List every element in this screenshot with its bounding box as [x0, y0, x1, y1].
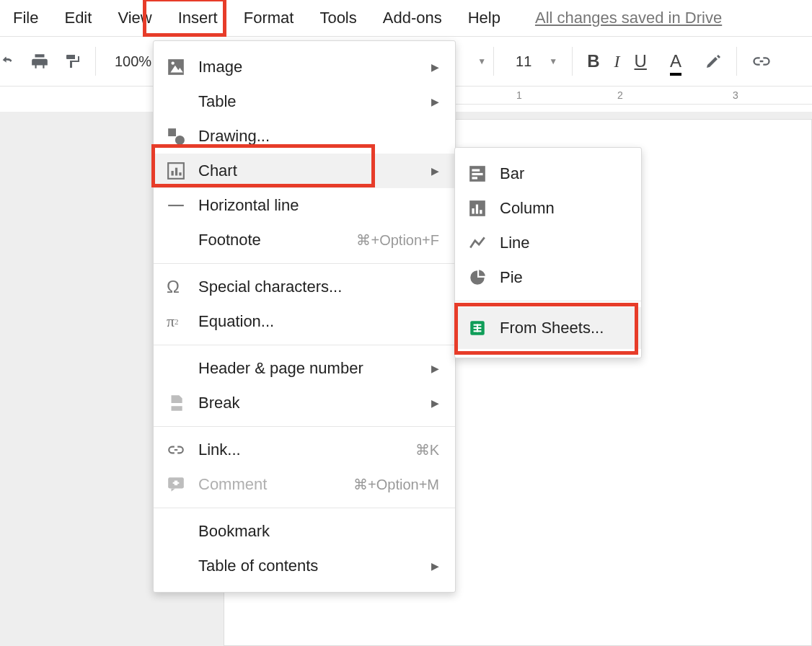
insert-drawing[interactable]: Drawing...: [154, 119, 455, 154]
insert-special-label: Special characters...: [198, 278, 439, 296]
pie-chart-icon: [468, 268, 500, 287]
italic-button[interactable]: I: [607, 37, 627, 86]
insert-toc[interactable]: Table of contents ▶: [154, 549, 455, 583]
insert-special-chars[interactable]: Ω Special characters...: [154, 270, 455, 304]
underline-button[interactable]: U: [627, 37, 654, 86]
menu-file[interactable]: File: [0, 1, 51, 35]
chart-pie[interactable]: Pie: [455, 260, 641, 295]
sheets-icon: [468, 319, 500, 337]
toolbar-separator: [95, 47, 96, 76]
highlight-button[interactable]: [697, 37, 729, 86]
ruler-mark: 3: [733, 89, 738, 101]
chevron-down-icon: ▼: [549, 56, 557, 66]
chart-icon: [167, 162, 198, 180]
chart-sheets-label: From Sheets...: [500, 319, 625, 337]
menu-separator: [154, 263, 455, 264]
save-status[interactable]: All changes saved in Drive: [535, 9, 722, 27]
toolbar-separator: [493, 47, 494, 76]
insert-table[interactable]: Table ▶: [154, 84, 455, 119]
svg-rect-26: [477, 324, 478, 332]
zoom-value: 100%: [110, 53, 156, 70]
toolbar-separator: [736, 47, 737, 76]
insert-drawing-label: Drawing...: [198, 127, 439, 146]
redo-icon[interactable]: [0, 37, 23, 86]
submenu-arrow-icon: ▶: [431, 560, 439, 572]
omega-icon: Ω: [167, 277, 198, 297]
drawing-icon: [167, 127, 198, 146]
menu-insert[interactable]: Insert: [165, 1, 231, 35]
insert-header-label: Header & page number: [198, 359, 424, 378]
svg-rect-15: [472, 169, 480, 172]
svg-rect-17: [472, 177, 477, 179]
svg-marker-11: [172, 488, 175, 491]
text-color-label: A: [670, 51, 681, 71]
menu-addons[interactable]: Add-ons: [370, 1, 455, 35]
print-icon[interactable]: [23, 37, 56, 86]
menu-separator: [154, 508, 455, 508]
insert-footnote-label: Footnote: [198, 231, 356, 249]
menu-edit[interactable]: Edit: [51, 1, 105, 35]
insert-comment-label: Comment: [198, 475, 353, 494]
submenu-arrow-icon: ▶: [431, 397, 439, 409]
insert-image[interactable]: Image ▶: [154, 50, 455, 84]
svg-rect-20: [476, 205, 478, 214]
menu-help[interactable]: Help: [455, 1, 513, 35]
insert-comment[interactable]: Comment ⌘+Option+M: [154, 467, 455, 502]
link-shortcut: ⌘K: [415, 441, 439, 459]
insert-break[interactable]: Break ▶: [154, 386, 455, 420]
chart-line[interactable]: Line: [455, 226, 641, 260]
chart-bar[interactable]: Bar: [455, 156, 641, 191]
chart-line-label: Line: [500, 234, 625, 252]
menu-separator: [154, 426, 455, 427]
chevron-down-icon[interactable]: ▼: [477, 56, 486, 66]
insert-link-label: Link...: [198, 441, 415, 459]
menu-tools[interactable]: Tools: [306, 1, 369, 35]
insert-chart[interactable]: Chart ▶: [154, 154, 455, 188]
link-icon: [167, 441, 198, 459]
ruler: 1 2 3: [454, 87, 812, 105]
insert-image-label: Image: [198, 58, 424, 76]
chart-pie-label: Pie: [500, 268, 625, 287]
insert-bookmark[interactable]: Bookmark: [154, 514, 455, 549]
insert-link-button[interactable]: [744, 37, 779, 86]
font-size-dropdown[interactable]: 11 ▼: [501, 37, 565, 86]
pi-icon: π2: [167, 312, 198, 331]
comment-shortcut: ⌘+Option+M: [353, 476, 439, 493]
toolbar-separator: [572, 47, 573, 76]
text-color-button[interactable]: A: [663, 37, 689, 86]
svg-point-4: [175, 136, 185, 145]
menu-separator: [154, 345, 455, 345]
insert-dropdown: Image ▶ Table ▶ Drawing... Chart ▶ Horiz…: [153, 40, 456, 593]
horizontal-line-icon: [167, 196, 198, 215]
insert-equation[interactable]: π2 Equation...: [154, 304, 455, 339]
insert-hline-label: Horizontal line: [198, 196, 439, 215]
chart-from-sheets[interactable]: From Sheets...: [455, 307, 641, 349]
paint-format-icon[interactable]: [56, 37, 88, 86]
insert-horizontal-line[interactable]: Horizontal line: [154, 188, 455, 223]
insert-link[interactable]: Link... ⌘K: [154, 433, 455, 467]
submenu-arrow-icon: ▶: [431, 96, 439, 107]
insert-footnote[interactable]: Footnote ⌘+Option+F: [154, 223, 455, 257]
chart-bar-label: Bar: [500, 164, 625, 183]
menu-format[interactable]: Format: [231, 1, 307, 35]
svg-rect-6: [172, 171, 174, 176]
svg-rect-3: [168, 128, 176, 136]
svg-rect-9: [168, 205, 184, 206]
ruler-mark: 2: [617, 89, 623, 101]
line-chart-icon: [468, 234, 500, 252]
menu-view[interactable]: View: [105, 1, 164, 35]
insert-bookmark-label: Bookmark: [198, 522, 439, 541]
footnote-shortcut: ⌘+Option+F: [356, 231, 439, 249]
bar-chart-icon: [468, 164, 500, 183]
svg-rect-16: [472, 173, 482, 175]
chart-column-label: Column: [500, 199, 625, 218]
svg-rect-21: [480, 210, 482, 213]
chart-column[interactable]: Column: [455, 191, 641, 226]
column-chart-icon: [468, 199, 500, 218]
insert-table-label: Table: [198, 92, 424, 111]
comment-icon: [167, 475, 198, 494]
insert-header-page[interactable]: Header & page number ▶: [154, 351, 455, 386]
bold-button[interactable]: B: [580, 37, 606, 86]
image-icon: [167, 58, 198, 76]
insert-break-label: Break: [198, 394, 424, 412]
